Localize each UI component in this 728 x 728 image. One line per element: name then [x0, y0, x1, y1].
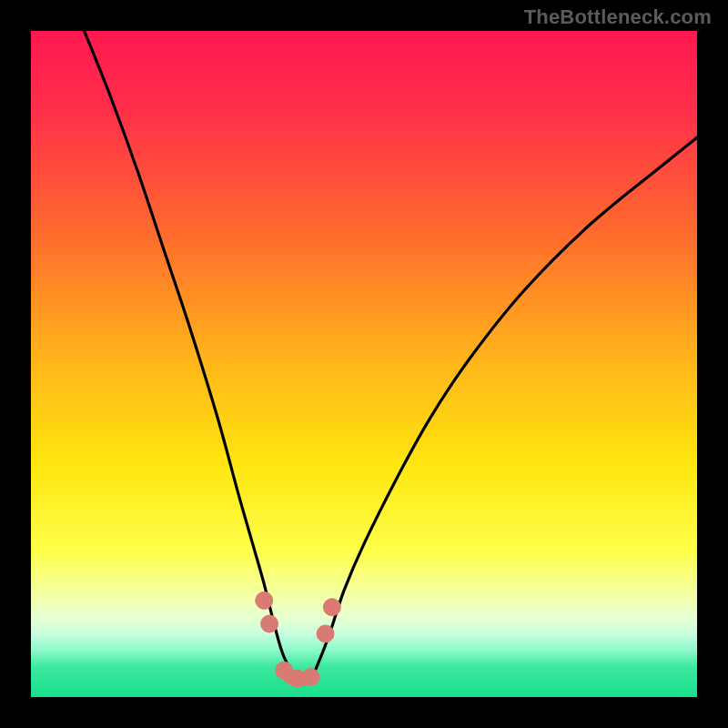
data-marker: [261, 615, 278, 632]
data-marker: [256, 592, 273, 609]
data-marker: [317, 625, 334, 642]
bottleneck-curve: [85, 31, 697, 680]
curve-layer: [31, 31, 697, 697]
data-marker: [302, 669, 319, 686]
outer-frame: TheBottleneck.com: [0, 0, 728, 728]
watermark-text: TheBottleneck.com: [524, 5, 712, 29]
data-marker: [323, 599, 340, 616]
marker-group: [256, 592, 341, 687]
plot-area: [31, 31, 697, 697]
